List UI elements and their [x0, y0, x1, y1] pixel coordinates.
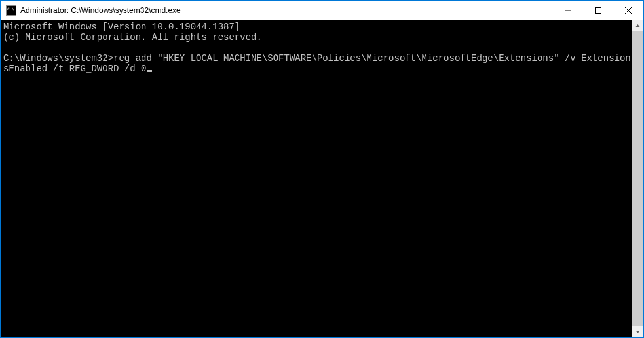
copyright-line: (c) Microsoft Corporation. All rights re… [3, 32, 262, 43]
terminal-output[interactable]: Microsoft Windows [Version 10.0.19044.13… [1, 20, 632, 337]
minimize-button[interactable] [553, 1, 583, 20]
maximize-button[interactable] [583, 1, 613, 20]
titlebar[interactable]: C:\ Administrator: C:\Windows\system32\c… [1, 1, 643, 20]
window-controls [553, 1, 643, 20]
scroll-down-button[interactable] [632, 326, 643, 337]
window-frame: C:\ Administrator: C:\Windows\system32\c… [0, 0, 644, 338]
vertical-scrollbar[interactable] [632, 20, 643, 337]
svg-text:C:\: C:\ [7, 7, 14, 11]
version-line: Microsoft Windows [Version 10.0.19044.13… [3, 22, 240, 32]
svg-rect-4 [596, 7, 601, 13]
cursor [147, 70, 152, 72]
client-area: Microsoft Windows [Version 10.0.19044.13… [1, 20, 643, 337]
prompt: C:\Windows\system32> [3, 53, 113, 64]
window-title: Administrator: C:\Windows\system32\cmd.e… [20, 6, 553, 15]
cmd-icon: C:\ [6, 5, 16, 16]
scroll-up-button[interactable] [632, 20, 643, 31]
close-button[interactable] [613, 1, 643, 20]
scroll-track[interactable] [632, 31, 643, 326]
scroll-thumb[interactable] [632, 31, 643, 326]
